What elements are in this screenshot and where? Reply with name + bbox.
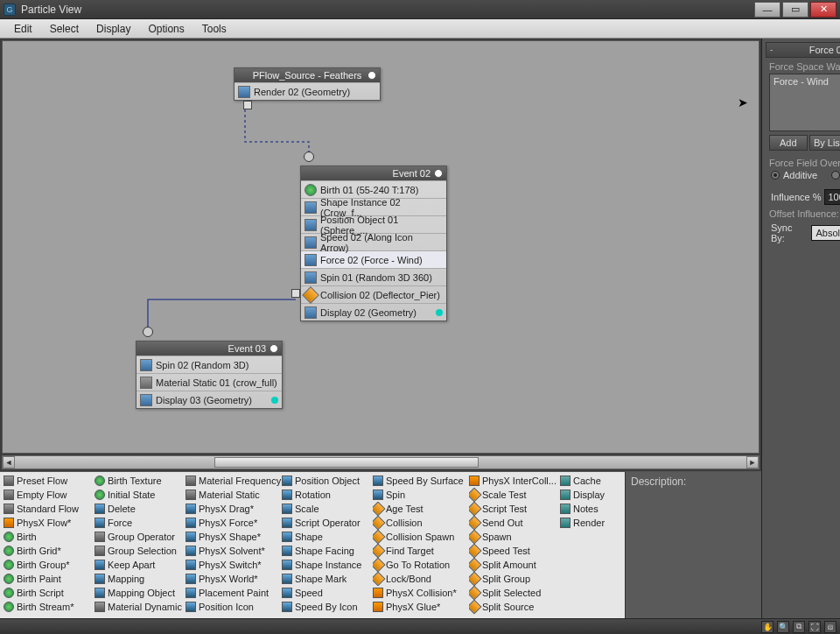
depot-op[interactable]: Material Frequency xyxy=(186,474,282,488)
depot-op[interactable]: Scale Test xyxy=(469,488,560,502)
add-button[interactable]: Add xyxy=(769,135,808,151)
depot-op[interactable]: PhysX Force* xyxy=(186,516,282,530)
depot-op[interactable]: Position Object xyxy=(282,474,373,488)
depot-op[interactable]: PhysX Switch* xyxy=(186,558,282,572)
depot-op[interactable]: PhysX Drag* xyxy=(186,502,282,516)
depot-op[interactable]: Group Selection xyxy=(94,544,186,558)
menu-display[interactable]: Display xyxy=(88,21,139,37)
lamp-icon[interactable] xyxy=(270,344,278,353)
operator-display[interactable]: Display 03 (Geometry) xyxy=(136,391,282,408)
depot-op[interactable]: Group Operator xyxy=(94,530,186,544)
depot-op[interactable]: Scale xyxy=(282,502,373,516)
node-header[interactable]: Event 03 xyxy=(136,342,282,356)
lamp-icon[interactable] xyxy=(368,71,376,80)
depot-op[interactable]: Birth Script xyxy=(4,586,94,600)
depot-op[interactable]: Split Source xyxy=(469,600,560,614)
depot-op[interactable]: Shape Facing xyxy=(282,544,373,558)
depot-op[interactable]: Find Target xyxy=(373,544,469,558)
canvas-horizontal-scrollbar[interactable]: ◄ ► xyxy=(2,455,760,469)
depot-op[interactable]: Placement Paint xyxy=(186,586,282,600)
minimize-button[interactable]: — xyxy=(754,2,780,18)
depot-op[interactable]: Send Out xyxy=(469,516,560,530)
node-event-03[interactable]: Event 03 Spin 02 (Random 3D) Material St… xyxy=(136,341,283,409)
depot-op[interactable]: Script Operator xyxy=(282,516,373,530)
depot-op[interactable]: PhysX InterColl... xyxy=(469,474,560,488)
influence-spinner[interactable]: ▲▼ xyxy=(824,189,840,205)
depot-op[interactable]: Render xyxy=(560,516,621,530)
depot-op[interactable]: Material Static xyxy=(186,488,282,502)
depot-op[interactable]: Split Selected xyxy=(469,586,560,600)
depot-op[interactable]: Split Amount xyxy=(469,558,560,572)
zoom-region-icon[interactable]: ⧉ xyxy=(793,621,805,633)
depot-op[interactable]: PhysX Solvent* xyxy=(186,544,282,558)
operator-render[interactable]: Render 02 (Geometry) xyxy=(234,82,380,100)
node-header[interactable]: PFlow_Source - Feathers xyxy=(234,68,380,82)
depot-op[interactable]: Force xyxy=(94,516,186,530)
depot-op[interactable]: Birth Group* xyxy=(4,558,94,572)
depot-op[interactable]: Age Test xyxy=(373,502,469,516)
depot-op[interactable]: Keep Apart xyxy=(94,558,186,572)
depot-op[interactable]: PhysX Glue* xyxy=(373,600,469,614)
depot-op[interactable]: Speed Test xyxy=(469,544,560,558)
depot-op[interactable]: Go To Rotation xyxy=(373,558,469,572)
operator-speed[interactable]: Speed 02 (Along Icon Arrow) xyxy=(301,233,446,250)
depot-op[interactable]: Initial State xyxy=(94,488,186,502)
depot-op[interactable]: Delete xyxy=(94,502,186,516)
depot-op[interactable]: Script Test xyxy=(469,502,560,516)
depot-op[interactable]: Lock/Bond xyxy=(373,572,469,586)
depot-op[interactable]: PhysX Shape* xyxy=(186,530,282,544)
zoom-icon[interactable]: 🔍 xyxy=(777,621,789,633)
depot-op[interactable]: PhysX World* xyxy=(186,572,282,586)
lamp-icon[interactable] xyxy=(434,169,443,178)
collapse-icon[interactable]: - xyxy=(770,45,773,54)
panel-header[interactable]: - Force 02 xyxy=(766,42,840,58)
depot-op[interactable]: Mapping Object xyxy=(94,586,186,600)
depot-op[interactable]: Notes xyxy=(560,502,621,516)
depot-op[interactable]: Cache xyxy=(560,474,621,488)
menu-options[interactable]: Options xyxy=(139,21,192,37)
event02-input-port[interactable] xyxy=(304,151,314,162)
depot-op[interactable]: Mapping xyxy=(94,572,186,586)
depot-op[interactable]: Shape xyxy=(282,530,373,544)
zoom-extents-icon[interactable]: ⛶ xyxy=(808,621,821,633)
depot-op[interactable]: Display xyxy=(560,488,621,502)
operator-spin[interactable]: Spin 01 (Random 3D 360) xyxy=(301,268,446,285)
depot-op[interactable]: Collision Spawn xyxy=(373,530,469,544)
depot-op[interactable]: Spawn xyxy=(469,530,560,544)
maximize-button[interactable]: ▭ xyxy=(782,2,808,18)
scroll-left-button[interactable]: ◄ xyxy=(3,456,15,468)
operator-position-object[interactable]: Position Object 01 (Sphere_... xyxy=(301,215,446,233)
menu-edit[interactable]: Edit xyxy=(5,21,41,37)
depot-op[interactable]: PhysX Flow* xyxy=(4,516,94,530)
collision-output-port[interactable] xyxy=(291,289,300,298)
depot-op[interactable]: Birth xyxy=(4,530,94,544)
depot-op[interactable]: Birth Grid* xyxy=(4,544,94,558)
depot-op[interactable]: Spin xyxy=(373,488,469,502)
operator-birth[interactable]: Birth 01 (55-240 T:178) xyxy=(301,180,446,198)
no-zoom-icon[interactable]: ⦻ xyxy=(824,621,836,633)
node-header[interactable]: Event 02 xyxy=(301,166,446,180)
depot-op[interactable]: Shape Instance xyxy=(282,558,373,572)
close-button[interactable]: ✕ xyxy=(810,2,836,18)
depot-op[interactable]: Material Dynamic xyxy=(94,600,186,614)
depot-op[interactable]: Collision xyxy=(373,516,469,530)
depot-op[interactable]: Shape Mark xyxy=(282,572,373,586)
scroll-thumb[interactable] xyxy=(214,457,479,468)
depot-op[interactable]: Speed By Surface xyxy=(373,474,469,488)
operator-force[interactable]: Force 02 (Force - Wind) xyxy=(301,250,446,268)
operator-shape-instance[interactable]: Shape Instance 02 (Crow_f... xyxy=(301,198,446,215)
depot-op[interactable]: Speed xyxy=(282,586,373,600)
schematic-canvas[interactable]: PFlow_Source - Feathers Render 02 (Geome… xyxy=(2,40,760,454)
list-item[interactable]: Force - Wind xyxy=(774,76,840,87)
node-pflow-source[interactable]: PFlow_Source - Feathers Render 02 (Geome… xyxy=(234,67,381,101)
depot-op[interactable]: Speed By Icon xyxy=(282,600,373,614)
depot-op[interactable]: Preset Flow xyxy=(4,474,94,488)
event03-input-port[interactable] xyxy=(143,327,153,337)
depot-op[interactable]: PhysX Collision* xyxy=(373,586,469,600)
depot-op[interactable]: Position Icon xyxy=(186,600,282,614)
depot-op[interactable]: Birth Texture xyxy=(94,474,186,488)
pan-icon[interactable]: ✋ xyxy=(761,621,774,633)
operator-display[interactable]: Display 02 (Geometry) xyxy=(301,303,446,321)
depot-op[interactable]: Birth Stream* xyxy=(4,600,94,614)
influence-input[interactable] xyxy=(825,191,840,203)
